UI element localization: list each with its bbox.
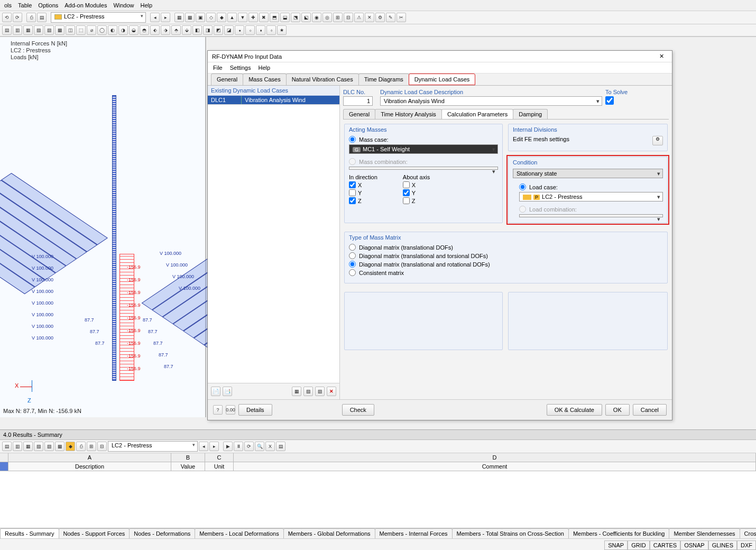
subtab-timehist[interactable]: Time History Analysis [375, 109, 442, 119]
tb-icon[interactable]: ▣ [196, 13, 205, 22]
tb-icon[interactable]: ⌀ [87, 25, 96, 35]
tab-dlc[interactable]: Dynamic Load Cases [409, 74, 476, 85]
condition-state-select[interactable]: Stationary state [513, 169, 663, 178]
tb-icon[interactable]: ▩ [55, 25, 64, 35]
axis-z-checkbox[interactable] [403, 197, 410, 204]
tb-icon[interactable]: ▦ [23, 25, 33, 35]
tb-icon[interactable]: ⬒ [270, 13, 279, 22]
tb-icon[interactable]: ▤ [2, 25, 12, 35]
rt-icon[interactable]: ⎙ [76, 442, 86, 451]
rtab[interactable]: Nodes - Deformations [129, 528, 195, 538]
rt-icon[interactable]: ▩ [55, 442, 64, 451]
status-snap[interactable]: SNAP [604, 540, 628, 550]
subtab-general[interactable]: General [343, 109, 375, 119]
tb-icon[interactable]: ▨ [44, 25, 54, 35]
results-lc-select[interactable]: LC2 - Prestress [108, 441, 198, 452]
subtabs[interactable]: General Time History Analysis Calculatio… [343, 109, 669, 120]
tb-icon[interactable]: ✚ [248, 13, 258, 22]
mm-opt2-radio[interactable] [349, 252, 356, 259]
tb-icon[interactable]: ⬚ [76, 25, 86, 35]
delete-dlc-icon[interactable]: ✕ [327, 387, 336, 396]
tb-icon[interactable]: ✕ [365, 13, 374, 22]
tb-icon[interactable]: ✖ [259, 13, 269, 22]
tb-icon[interactable]: ⬓ [280, 13, 290, 22]
rt-icon[interactable]: ◆ [66, 442, 75, 451]
rtab[interactable]: Members - Coefficients for Buckling [568, 528, 669, 538]
rt-icon[interactable]: ⊞ [87, 442, 96, 451]
tb-icon[interactable]: ⊞ [333, 13, 343, 22]
nav-prev-icon[interactable]: ◂ [199, 442, 208, 451]
tb-icon[interactable]: ▼ [238, 13, 247, 22]
rtab[interactable]: Members - Global Deformations [283, 528, 375, 538]
mm-opt3-radio[interactable] [349, 261, 356, 268]
rt-icon[interactable]: ⏸ [234, 442, 243, 451]
toggle-1-icon[interactable]: ▦ [292, 387, 301, 396]
tb-icon[interactable]: ⬘ [171, 25, 181, 35]
tb-icon[interactable]: ◐ [108, 25, 117, 35]
rtab[interactable]: Cross-Sections - Internal Forces [740, 528, 756, 538]
dlg-menu-item[interactable]: Settings [230, 65, 251, 71]
tb-icon[interactable]: ◧ [192, 25, 202, 35]
main-menubar[interactable]: ols Table Options Add-on Modules Window … [0, 0, 756, 11]
check-button[interactable]: Check [342, 404, 374, 416]
cond-loadcase-select[interactable]: PLC2 - Prestress [519, 192, 663, 201]
tab-general[interactable]: General [211, 74, 243, 85]
nav-first-icon[interactable]: ◂ [150, 13, 160, 22]
ok-calculate-button[interactable]: OK & Calculate [547, 404, 602, 416]
tab-timediag[interactable]: Time Diagrams [358, 74, 409, 85]
tb-icon[interactable]: ⬔ [291, 13, 300, 22]
dir-x-checkbox[interactable] [349, 181, 356, 188]
tb-icon[interactable]: ⬖ [150, 25, 160, 35]
tb-icon[interactable]: ⬕ [301, 13, 311, 22]
menu-item[interactable]: ols [4, 2, 12, 8]
rt-icon[interactable]: ▶ [223, 442, 233, 451]
rt-excel-icon[interactable]: X [265, 442, 275, 451]
tb-preview-icon[interactable]: ▤ [37, 13, 47, 22]
rt-icon[interactable]: ▤ [2, 442, 12, 451]
tosolve-checkbox[interactable] [605, 96, 614, 105]
dlg-menu-item[interactable]: Help [258, 65, 270, 71]
masscase-radio[interactable] [349, 136, 356, 143]
dir-z-checkbox[interactable] [349, 197, 356, 204]
tb-icon[interactable]: ⚠ [354, 13, 364, 22]
tb-icon[interactable]: ⬙ [182, 25, 191, 35]
rtab[interactable]: Results - Summary [0, 528, 59, 538]
tb-icon[interactable]: ▥ [13, 25, 22, 35]
tb-icon[interactable]: ◪ [224, 25, 234, 35]
edit-fe-mesh-button[interactable]: ⚙ [652, 136, 663, 145]
rtab[interactable]: Members - Internal Forces [375, 528, 453, 538]
tb-icon[interactable]: ⬗ [161, 25, 170, 35]
dlcdesc-select[interactable]: Vibration Analysis Wind [380, 96, 602, 106]
rt-icon[interactable]: ▤ [276, 442, 285, 451]
tb-icon[interactable]: ◑ [118, 25, 128, 35]
tb-icon[interactable]: ▩ [185, 13, 195, 22]
tb-icon[interactable]: ◫ [66, 25, 75, 35]
tb-icon[interactable]: ▧ [34, 25, 43, 35]
tb-icon[interactable]: ◓ [140, 25, 149, 35]
tb-icon[interactable]: ⚙ [375, 13, 385, 22]
cancel-button[interactable]: Cancel [633, 404, 667, 416]
tb-icon[interactable]: ◯ [97, 25, 107, 35]
tb-icon[interactable]: ✎ [386, 13, 395, 22]
status-osnap[interactable]: OSNAP [680, 540, 708, 550]
tb-icon[interactable]: ▦ [174, 13, 184, 22]
rt-icon[interactable]: ⊟ [97, 442, 107, 451]
tb-icon[interactable]: ▲ [227, 13, 237, 22]
rtab[interactable]: Member Slendernesses [669, 528, 740, 538]
tb-icon[interactable]: ◆ [217, 13, 226, 22]
tb-icon[interactable]: ◇ [206, 13, 216, 22]
rt-icon[interactable]: ▥ [13, 442, 22, 451]
dlc-row[interactable]: DLC1 Vibration Analysis Wind [208, 96, 339, 104]
copy-dlc-icon[interactable]: 📑 [223, 387, 232, 396]
status-glines[interactable]: GLINES [708, 540, 737, 550]
tb-icon[interactable]: ✂ [397, 13, 406, 22]
units-icon[interactable]: 0.00 [226, 405, 235, 415]
menu-item[interactable]: Add-on Modules [64, 2, 107, 8]
ok-button[interactable]: OK [605, 404, 630, 416]
cond-loadcase-radio[interactable] [519, 184, 526, 190]
rt-icon[interactable]: ▦ [23, 442, 33, 451]
help-icon[interactable]: ? [213, 405, 223, 415]
dlcno-input[interactable] [343, 96, 373, 106]
mm-opt1-radio[interactable] [349, 244, 356, 251]
menu-item[interactable]: Table [18, 2, 32, 8]
